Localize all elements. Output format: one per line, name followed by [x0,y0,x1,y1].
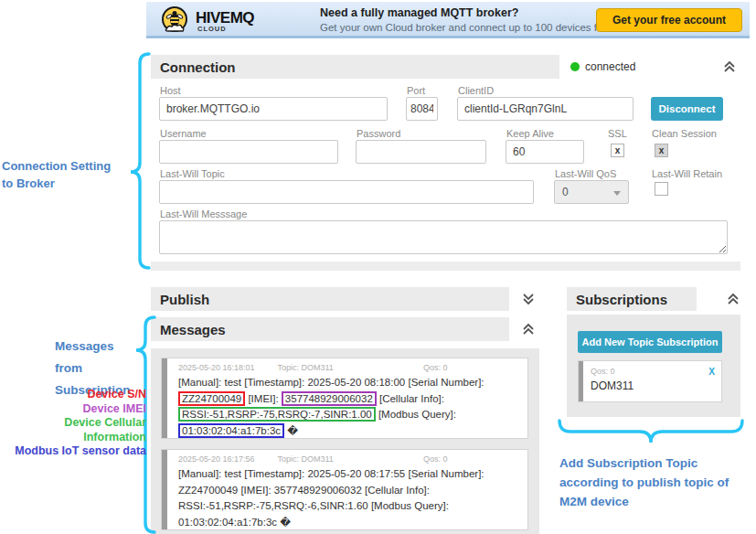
publish-title: Publish [151,292,209,307]
message-payload: [Manual]: test [Timestamp]: 2025-05-20 0… [178,375,520,439]
modbus-data-highlight: 01:03:02:04:a1:7b:3c [178,423,284,438]
payload-text: [IMEI]: [238,485,274,496]
legend-cellular-info: Device Cellular Information [0,416,146,444]
message-time: 2025-05-20 16:17:56 [178,454,275,464]
last-will-qos-label: Last-Will QoS [555,168,616,179]
hivemq-brand-sub: CLOUD [196,26,254,33]
payload-text: [Modbus Query]: [368,500,449,511]
clean-session-label: Clean Session [652,128,717,139]
last-will-qos-select[interactable]: 0 [554,180,629,204]
payload-text: 01:03:02:04:a1:7b:3c [178,517,277,528]
payload-text: � [284,425,298,436]
last-will-topic-label: Last-Will Topic [160,168,225,179]
ssl-checkbox[interactable]: x [611,144,624,157]
hivemq-ad-banner: HIVEMQ CLOUD Need a fully managed MQTT b… [146,2,750,38]
payload-text: [Modbus Query]: [376,409,456,420]
disconnect-button[interactable]: Disconnect [651,97,723,121]
username-label: Username [160,128,207,139]
message-topic: Topic: DOM311 [278,363,421,372]
legend-modbus-data: Modbus IoT sensor data [0,444,146,459]
username-input[interactable] [159,140,338,164]
payload-text: [IMEI]: [245,393,282,404]
mqtt-web-client-screen: HIVEMQ CLOUD Need a fully managed MQTT b… [0,0,756,534]
port-label: Port [407,85,425,96]
chevron-double-up-icon[interactable] [726,292,740,306]
device-serial-highlight: ZZ24700049 [178,391,245,406]
payload-text: [Manual]: test [Timestamp]: 2025-05-20 0… [178,377,484,388]
get-free-account-button[interactable]: Get your free account [596,8,742,32]
password-label: Password [357,128,400,139]
last-will-qos-value: 0 [562,186,569,198]
message-topic: Topic: DOM311 [278,454,421,464]
connection-title: Connection [151,59,236,75]
connection-panel-footer [151,262,740,271]
banner-headline: Need a fully managed MQTT broker? [320,6,630,19]
message-meta: 2025-05-20 16:17:56 Topic: DOM311 Qos: 0 [178,454,520,464]
legend-device-sn: Device S/N [0,388,146,402]
host-label: Host [160,85,181,96]
subscription-topic: DOM311 [591,379,715,392]
connection-annotation-brace [129,52,151,270]
payload-text: � [277,517,291,528]
payload-text: [Cellular Info]: [377,393,444,404]
dropdown-caret-icon [613,191,621,196]
host-input[interactable] [159,97,388,121]
hivemq-bee-icon [159,5,190,37]
message-card: 2025-05-20 16:18:01 Topic: DOM311 Qos: 0… [161,358,528,439]
subscription-annotation-brace [558,419,746,450]
last-will-message-textarea[interactable] [159,220,728,254]
messages-header: Messages [151,317,509,341]
subscription-item: Qos: 0 X DOM311 [578,360,722,402]
subscriptions-title: Subscriptions [567,292,667,307]
keepalive-label: Keep Alive [506,128,554,139]
clientid-label: ClientID [458,85,494,96]
subscription-annotation-note: Add Subscription Topic according to publ… [559,454,753,511]
connection-annotation-note: Connection Setting to Broker [2,157,111,192]
publish-header: Publish [151,287,509,311]
clientid-input[interactable] [457,97,634,121]
payload-text: ZZ24700049 [178,485,238,496]
keepalive-input[interactable] [506,140,584,164]
cellular-info-highlight: RSSI:-51,RSRP:-75,RSRQ:-7,SINR:1.00 [178,407,376,422]
last-will-topic-input[interactable] [159,180,534,204]
payload-text: RSSI:-51,RSRP:-75,RSRQ:-6,SINR:1.60 [178,500,368,511]
banner-subtext: Get your own Cloud broker and connect up… [320,22,630,33]
last-will-retain-label: Last-Will Retain [652,168,722,179]
payload-text: [Manual]: test [Timestamp]: 2025-05-20 0… [178,468,484,479]
subscription-accent-bar [579,361,583,401]
message-qos: Qos: 0 [423,454,448,464]
chevron-double-down-icon[interactable] [521,292,536,306]
message-accent-bar [162,450,167,529]
message-qos: Qos: 0 [423,363,448,372]
message-accent-bar [162,358,167,438]
connection-header: Connection [151,55,559,79]
message-color-legend: Device S/N Device IMEI Device Cellular I… [0,388,146,459]
message-payload: [Manual]: test [Timestamp]: 2025-05-20 0… [178,466,520,530]
remove-subscription-button[interactable]: X [708,367,715,377]
subscription-qos: Qos: 0 [591,367,615,377]
last-will-message-label: Last-Will Messsage [160,208,247,219]
message-card: 2025-05-20 16:17:56 Topic: DOM311 Qos: 0… [161,449,528,530]
chevron-double-up-icon[interactable] [722,59,737,74]
port-input[interactable] [406,97,438,121]
clean-session-checkbox[interactable]: x [655,144,668,157]
chevron-double-up-icon[interactable] [521,322,536,336]
connection-status-label: connected [585,60,635,73]
password-input[interactable] [356,140,486,164]
payload-text: [Cellular Info]: [362,485,430,496]
ssl-label: SSL [608,128,627,139]
last-will-retain-checkbox[interactable] [655,182,668,196]
message-meta: 2025-05-20 16:18:01 Topic: DOM311 Qos: 0 [178,363,520,372]
add-subscription-button[interactable]: Add New Topic Subscription [578,331,722,353]
subscriptions-header: Subscriptions [567,287,697,311]
payload-text: 357748929006032 [274,485,362,496]
messages-title: Messages [151,322,226,337]
hivemq-logo: HIVEMQ CLOUD [159,5,254,37]
hivemq-brand-name: HIVEMQ [196,10,254,26]
device-imei-highlight: 357748929006032 [282,391,377,406]
legend-device-imei: Device IMEI [0,402,146,417]
message-time: 2025-05-20 16:18:01 [178,363,275,372]
connected-status-dot [570,62,580,71]
